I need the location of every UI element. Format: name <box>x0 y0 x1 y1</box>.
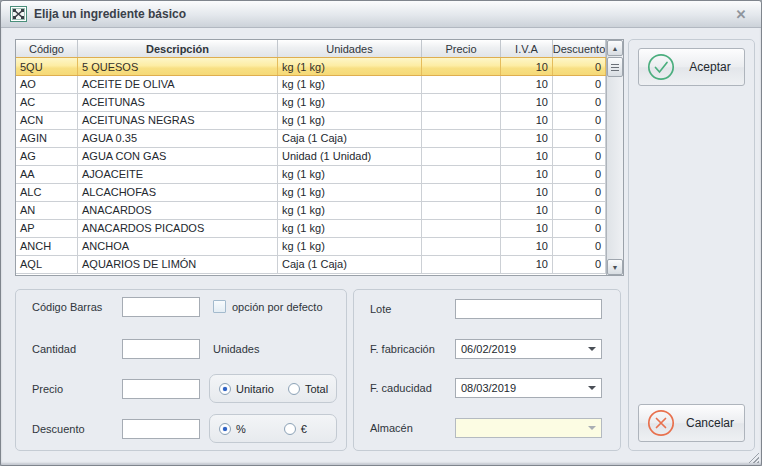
table-row[interactable]: AP ANACARDOS PICADOS kg (1 kg) 10 0 <box>16 220 606 238</box>
cell-iva: 10 <box>501 220 553 237</box>
cell-codigo: AQL <box>16 256 78 273</box>
table-row[interactable]: AC ACEITUNAS kg (1 kg) 10 0 <box>16 94 606 112</box>
scroll-down-icon[interactable]: ▼ <box>607 259 623 275</box>
cell-codigo: AA <box>16 166 78 183</box>
table-row[interactable]: AGIN AGUA 0.35 Caja (1 Caja) 10 0 <box>16 130 606 148</box>
codigo-barras-input[interactable] <box>122 297 200 317</box>
right-form-group: Lote F. fabricación 06/02/2019 F. caduci… <box>353 289 621 451</box>
scrollbar-thumb[interactable] <box>607 57 623 77</box>
cell-unidades: kg (1 kg) <box>278 238 422 255</box>
cell-iva: 10 <box>501 238 553 255</box>
cell-precio <box>422 94 501 111</box>
chevron-down-icon <box>588 347 596 351</box>
cell-codigo: ALC <box>16 184 78 201</box>
chevron-down-icon <box>588 426 596 430</box>
header-iva[interactable]: I.V.A <box>501 40 553 57</box>
vertical-scrollbar[interactable]: ▲ ▼ <box>606 40 623 275</box>
cantidad-input[interactable] <box>122 339 200 359</box>
header-descripcion[interactable]: Descripción <box>78 40 278 57</box>
caducidad-label: F. caducidad <box>370 382 432 394</box>
table-row-selected[interactable]: 5QU 5 QUESOS kg (1 kg) 10 0 <box>16 57 606 76</box>
cell-iva: 10 <box>501 94 553 111</box>
cell-iva: 10 <box>501 76 553 93</box>
cell-codigo: AG <box>16 148 78 165</box>
scroll-up-icon[interactable]: ▲ <box>607 40 623 56</box>
cancelar-label: Cancelar <box>684 416 736 430</box>
close-icon[interactable]: ✕ <box>730 7 752 22</box>
cell-descuento: 0 <box>553 238 606 255</box>
cell-descripcion: AGUA CON GAS <box>78 148 278 165</box>
app-icon <box>10 6 27 22</box>
table-row[interactable]: AA AJOACEITE kg (1 kg) 10 0 <box>16 166 606 184</box>
precio-label: Precio <box>32 383 63 395</box>
cell-precio <box>422 238 501 255</box>
cell-unidades: Caja (1 Caja) <box>278 256 422 273</box>
header-codigo[interactable]: Código <box>16 40 78 57</box>
cell-unidades: kg (1 kg) <box>278 94 422 111</box>
cell-unidades: kg (1 kg) <box>278 76 422 93</box>
cell-descripcion: 5 QUESOS <box>78 58 278 75</box>
table-row[interactable]: AQL AQUARIOS DE LIMÓN Caja (1 Caja) 10 0 <box>16 256 606 274</box>
cell-descripcion: ACEITUNAS NEGRAS <box>78 112 278 129</box>
radio-porcentaje[interactable]: % <box>219 423 246 435</box>
header-precio[interactable]: Precio <box>422 40 501 57</box>
cell-descripcion: AJOACEITE <box>78 166 278 183</box>
cell-descuento: 0 <box>553 148 606 165</box>
descuento-input[interactable] <box>122 419 200 439</box>
cell-precio <box>422 76 501 93</box>
aceptar-button[interactable]: Aceptar <box>638 48 745 86</box>
almacen-combo[interactable] <box>455 418 602 438</box>
ingredients-grid: Código Descripción Unidades Precio I.V.A… <box>15 39 624 276</box>
table-row[interactable]: AN ANACARDOS kg (1 kg) 10 0 <box>16 202 606 220</box>
cell-descripcion: ACEITE DE OLIVA <box>78 76 278 93</box>
radio-unitario-label: Unitario <box>236 383 274 395</box>
cell-descripcion: ANACARDOS PICADOS <box>78 220 278 237</box>
cell-precio <box>422 166 501 183</box>
cell-descuento: 0 <box>553 256 606 273</box>
cancelar-button[interactable]: Cancelar <box>638 404 745 442</box>
radio-porcentaje-icon <box>219 423 231 435</box>
cell-codigo: AGIN <box>16 130 78 147</box>
caducidad-combo[interactable]: 08/03/2019 <box>455 378 602 398</box>
radio-euro-icon <box>284 423 296 435</box>
cell-iva: 10 <box>501 202 553 219</box>
actions-panel: Aceptar Cancelar <box>628 39 755 451</box>
cell-precio <box>422 112 501 129</box>
codigo-barras-label: Código Barras <box>32 301 102 313</box>
cantidad-label: Cantidad <box>32 343 76 355</box>
table-row[interactable]: ALC ALCACHOFAS kg (1 kg) 10 0 <box>16 184 606 202</box>
cell-iva: 10 <box>501 256 553 273</box>
unidades-static-label: Unidades <box>213 343 259 355</box>
table-row[interactable]: ANCH ANCHOA kg (1 kg) 10 0 <box>16 238 606 256</box>
cell-iva: 10 <box>501 184 553 201</box>
cell-precio <box>422 58 501 75</box>
radio-euro[interactable]: € <box>284 423 307 435</box>
scrollbar-track[interactable] <box>607 77 623 259</box>
cell-descripcion: ALCACHOFAS <box>78 184 278 201</box>
table-row[interactable]: AO ACEITE DE OLIVA kg (1 kg) 10 0 <box>16 76 606 94</box>
cell-codigo: ACN <box>16 112 78 129</box>
cell-descripcion: AQUARIOS DE LIMÓN <box>78 256 278 273</box>
radio-euro-label: € <box>301 423 307 435</box>
descuento-label: Descuento <box>32 423 85 435</box>
lote-input[interactable] <box>455 299 602 319</box>
opcion-por-defecto-checkbox[interactable] <box>213 300 226 313</box>
fabricacion-combo[interactable]: 06/02/2019 <box>455 339 602 359</box>
cell-descripcion: AGUA 0.35 <box>78 130 278 147</box>
radio-unitario[interactable]: Unitario <box>219 383 274 395</box>
header-descuento[interactable]: Descuento <box>553 40 606 57</box>
precio-input[interactable] <box>122 379 200 399</box>
lote-label: Lote <box>370 303 391 315</box>
table-row[interactable]: ACN ACEITUNAS NEGRAS kg (1 kg) 10 0 <box>16 112 606 130</box>
header-unidades[interactable]: Unidades <box>278 40 422 57</box>
cell-precio <box>422 184 501 201</box>
cell-precio <box>422 256 501 273</box>
radio-total[interactable]: Total <box>288 383 328 395</box>
resize-grip[interactable] <box>748 452 759 463</box>
cell-descripcion: ACEITUNAS <box>78 94 278 111</box>
cell-precio <box>422 130 501 147</box>
precio-modo-radiogroup: Unitario Total <box>209 374 337 403</box>
cell-descuento: 0 <box>553 58 606 75</box>
radio-porcentaje-label: % <box>236 423 246 435</box>
table-row[interactable]: AG AGUA CON GAS Unidad (1 Unidad) 10 0 <box>16 148 606 166</box>
